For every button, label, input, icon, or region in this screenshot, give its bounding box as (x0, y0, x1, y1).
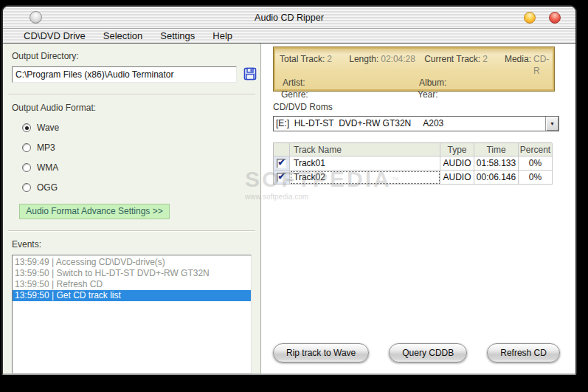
divider (8, 230, 255, 232)
track1-time-cell: 01:58.133 (474, 157, 519, 171)
genre-label: Genre: (281, 89, 308, 100)
radio-label-mp3: MP3 (37, 142, 55, 153)
right-panel: Total Track:2 Length:02:04:28 Current Tr… (261, 44, 575, 374)
media-value: CD-R (533, 53, 554, 77)
radio-icon-wave[interactable] (22, 123, 31, 132)
spacer (273, 185, 575, 343)
radio-icon-mp3[interactable] (22, 143, 31, 152)
track-checkbox-cell: ✔ (274, 157, 290, 171)
track2-checkbox[interactable]: ✔ (277, 173, 286, 182)
length-value: 02:04:28 (381, 53, 415, 77)
track2-name-cell[interactable]: Track02 (290, 171, 440, 185)
title-bar[interactable]: Audio CD Ripper (3, 7, 575, 29)
check-icon: ✔ (277, 173, 285, 180)
window-title: Audio CD Ripper (3, 13, 575, 23)
menu-help[interactable]: Help (212, 30, 232, 41)
output-directory-row (12, 66, 260, 83)
output-directory-label: Output Directory: (12, 51, 260, 61)
events-label: Events: (12, 239, 260, 250)
radio-icon-ogg[interactable] (22, 183, 31, 192)
album-label: Album: (419, 77, 446, 89)
header-time[interactable]: Time (474, 143, 519, 157)
app-window: Audio CD Ripper CD\DVD Drive Selection S… (1, 5, 577, 375)
radio-label-wma: WMA (37, 162, 58, 173)
save-icon (243, 67, 257, 83)
query-cddb-button[interactable]: Query CDDB (389, 343, 467, 362)
event-item[interactable]: 13:59:49 | Accessing CD\DVD-drive(s) (13, 257, 251, 268)
table-row[interactable]: ✔ Track01 AUDIO 01:58.133 0% (274, 157, 552, 171)
check-icon: ✔ (277, 159, 285, 166)
header-track-name[interactable]: Track Name (290, 143, 440, 157)
menu-cddvd-drive[interactable]: CD\DVD Drive (24, 30, 86, 41)
track2-time-cell: 00:06.146 (474, 171, 519, 185)
media-label: Media: (505, 53, 531, 77)
track-table: Track Name Type Time Percent ✔ Track01 A… (273, 142, 552, 185)
close-button[interactable] (549, 12, 561, 24)
header-type[interactable]: Type (440, 143, 474, 157)
track1-percent-cell: 0% (519, 157, 553, 171)
header-checkbox-column (274, 143, 290, 157)
action-button-row: Rip track to Wave Query CDDB Refresh CD (273, 343, 561, 362)
track2-percent-cell: 0% (519, 171, 553, 185)
track2-type-cell: AUDIO (440, 171, 474, 185)
events-list[interactable]: 13:59:49 | Accessing CD\DVD-drive(s) 13:… (12, 255, 252, 374)
event-item-selected[interactable]: 13:59:50 | Get CD track list (13, 290, 251, 301)
window-menu-button[interactable] (30, 11, 42, 24)
minimize-button[interactable] (524, 12, 536, 24)
radio-option-wma[interactable]: WMA (22, 162, 260, 173)
radio-option-ogg[interactable]: OGG (22, 182, 260, 193)
radio-label-wave: Wave (37, 123, 59, 133)
drive-select[interactable]: [E:] HL-DT-ST DVD+-RW GT32N A203 ▼ (273, 116, 559, 131)
menu-bar: CD\DVD Drive Selection Settings Help (3, 29, 575, 44)
drive-select-dropdown-button[interactable]: ▼ (545, 117, 558, 131)
screen-background: Audio CD Ripper CD\DVD Drive Selection S… (0, 0, 588, 392)
menu-selection[interactable]: Selection (103, 30, 142, 41)
output-format-label: Output Audio Format: (12, 103, 260, 113)
left-panel: Output Directory: (3, 44, 261, 374)
track1-name-cell[interactable]: Track01 (290, 157, 440, 171)
table-row[interactable]: ✔ Track02 AUDIO 00:06.146 0% (274, 171, 552, 185)
audio-format-advance-settings-button[interactable]: Audio Format Advance Settings >> (19, 204, 170, 219)
event-item[interactable]: 13:59:50 | Refresh CD (13, 279, 251, 290)
rip-track-button[interactable]: Rip track to Wave (273, 343, 369, 362)
chevron-down-icon: ▼ (550, 121, 555, 126)
menu-settings[interactable]: Settings (160, 30, 195, 41)
drives-label: CD/DVD Roms (273, 102, 575, 112)
refresh-cd-button[interactable]: Refresh CD (487, 343, 560, 362)
length-label: Length: (349, 53, 378, 77)
track1-checkbox[interactable]: ✔ (277, 159, 286, 168)
total-track-label: Total Track: (280, 53, 325, 77)
radio-option-wave[interactable]: Wave (22, 123, 260, 133)
year-label: Year: (418, 89, 438, 100)
event-item[interactable]: 13:59:50 | Switch to HL-DT-ST DVD+-RW GT… (13, 268, 251, 279)
drive-select-value: [E:] HL-DT-ST DVD+-RW GT32N A203 (274, 117, 545, 131)
total-track-value: 2 (327, 53, 332, 77)
window-body: Output Directory: (3, 44, 575, 374)
disc-info-panel: Total Track:2 Length:02:04:28 Current Tr… (273, 47, 555, 92)
current-track-label: Current Track: (424, 53, 480, 77)
track-checkbox-cell: ✔ (274, 171, 290, 185)
divider (8, 94, 255, 95)
current-track-value: 2 (482, 53, 488, 77)
header-percent[interactable]: Percent (519, 143, 553, 157)
radio-option-mp3[interactable]: MP3 (22, 142, 260, 153)
browse-save-button[interactable] (243, 68, 257, 81)
output-directory-input[interactable] (12, 66, 237, 83)
artist-label: Artist: (283, 77, 305, 89)
radio-label-ogg: OGG (37, 182, 58, 193)
radio-icon-wma[interactable] (22, 163, 31, 172)
track-table-header: Track Name Type Time Percent (274, 143, 552, 157)
track1-type-cell: AUDIO (440, 157, 474, 171)
